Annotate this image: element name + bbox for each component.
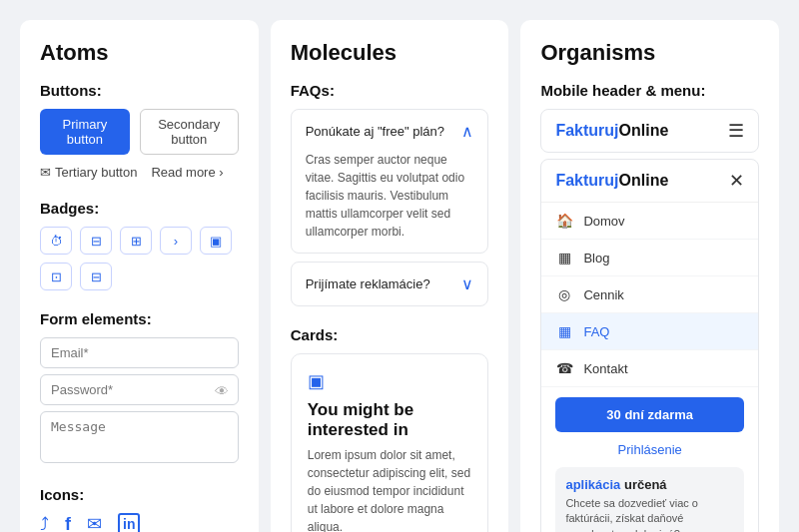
linkedin-icon[interactable]: in	[118, 513, 140, 532]
close-menu-icon[interactable]: ✕	[729, 170, 744, 192]
promo-title: aplikácia určená	[565, 477, 734, 492]
facebook-icon[interactable]: f	[65, 514, 71, 533]
card-title: You might be interested in	[308, 400, 472, 440]
chevron-down-icon: ∨	[461, 274, 473, 293]
card-item: ▣ You might be interested in Lorem ipsum…	[291, 353, 489, 532]
icons-section: Icons: ⤴ f ✉ in	[40, 486, 239, 532]
organisms-title: Organisms	[540, 40, 759, 66]
badges-row-2: ⊡ ⊟	[40, 263, 239, 290]
card-body: Lorem ipsum dolor sit amet, consectetur …	[308, 446, 472, 532]
home-icon: 🏠	[555, 213, 573, 229]
kontakt-icon: ☎	[555, 360, 573, 376]
mobile-header-section: Mobile header & menu: FakturujOnline ☰ F…	[540, 82, 759, 532]
tertiary-button[interactable]: ✉ Tertiary button	[40, 165, 137, 180]
icons-row: ⤴ f ✉ in	[40, 513, 239, 532]
icons-label: Icons:	[40, 486, 239, 503]
badge-2[interactable]: ⊟	[80, 227, 112, 255]
badge-7[interactable]: ⊟	[80, 263, 112, 290]
chevron-up-icon: ∧	[461, 122, 473, 141]
blog-icon: ▦	[555, 250, 573, 266]
menu-item-domov[interactable]: 🏠 Domov	[541, 203, 758, 240]
faqs-section: FAQs: Ponúkate aj "free" plán? ∧ Cras se…	[291, 82, 489, 306]
promo-blue-text: aplikácia	[565, 477, 620, 492]
buttons-label: Buttons:	[40, 82, 239, 99]
logo-expanded: FakturujOnline	[555, 172, 668, 190]
envelope-icon: ✉	[40, 165, 51, 180]
faq-question-2: Prijímate reklamácie?	[306, 276, 430, 291]
menu-label-kontakt: Kontakt	[583, 361, 627, 376]
logo-blue-2: Fakturuj	[555, 172, 618, 189]
promo-body: Chcete sa dozvedieť viac o faktúrácii, z…	[565, 496, 734, 532]
faq-item-1[interactable]: Ponúkate aj "free" plán? ∧ Cras semper a…	[291, 109, 489, 254]
cennik-icon: ◎	[555, 286, 573, 302]
menu-label-domov: Domov	[583, 214, 624, 229]
eye-icon: 👁	[215, 382, 229, 398]
badge-3[interactable]: ⊞	[120, 227, 152, 255]
badges-section: Badges: ⏱ ⊟ ⊞ › ▣ ⊡ ⊟	[40, 200, 239, 290]
hamburger-icon[interactable]: ☰	[728, 120, 744, 142]
email-input[interactable]	[40, 337, 239, 368]
faq-header-1[interactable]: Ponúkate aj "free" plán? ∧	[306, 122, 474, 141]
atoms-title: Atoms	[40, 40, 239, 66]
primary-button[interactable]: Primary button	[40, 109, 130, 155]
badge-4[interactable]: ›	[160, 227, 192, 255]
faq-item-2[interactable]: Prijímate reklamácie? ∨	[291, 262, 489, 306]
mobile-header-collapsed: FakturujOnline ☰	[540, 109, 759, 153]
atoms-panel: Atoms Buttons: Primary button Secondary …	[20, 20, 259, 532]
faq-question-1: Ponúkate aj "free" plán?	[306, 124, 444, 139]
form-section: Form elements: 👁	[40, 310, 239, 466]
faq-answer-1: Cras semper auctor neque vitae. Sagittis…	[306, 151, 474, 241]
menu-item-cennik[interactable]: ◎ Cennik	[541, 276, 758, 313]
message-textarea[interactable]	[40, 411, 239, 463]
card-icon: ▣	[308, 370, 472, 392]
email-icon[interactable]: ✉	[87, 513, 102, 532]
logo-blue-1: Fakturuj	[555, 122, 618, 139]
faq-icon: ▦	[555, 323, 573, 339]
molecules-title: Molecules	[291, 40, 489, 66]
readmore-button[interactable]: Read more ›	[151, 165, 223, 180]
cards-section: Cards: ▣ You might be interested in Lore…	[291, 326, 489, 532]
logo-black-2: Online	[619, 172, 669, 189]
logo-black-1: Online	[619, 122, 669, 139]
promo-black-text: určená	[620, 477, 666, 492]
badge-5[interactable]: ▣	[200, 227, 232, 255]
badge-1[interactable]: ⏱	[40, 227, 72, 255]
menu-item-blog[interactable]: ▦ Blog	[541, 240, 758, 276]
faq-header-2[interactable]: Prijímate reklamácie? ∨	[306, 274, 474, 293]
promo-block: aplikácia určená Chcete sa dozvedieť via…	[555, 467, 744, 532]
logo-collapsed: FakturujOnline	[555, 122, 668, 140]
menu-label-faq: FAQ	[583, 324, 609, 339]
external-link-icon[interactable]: ⤴	[40, 514, 49, 533]
mobile-menu-open: FakturujOnline ✕ 🏠 Domov ▦ Blog ◎ Cennik…	[540, 159, 759, 532]
molecules-panel: Molecules FAQs: Ponúkate aj "free" plán?…	[271, 20, 509, 532]
password-input[interactable]	[40, 374, 239, 405]
form-label: Form elements:	[40, 310, 239, 327]
menu-label-cennik: Cennik	[583, 287, 623, 302]
badges-row: ⏱ ⊟ ⊞ › ▣	[40, 227, 239, 255]
buttons-section: Buttons: Primary button Secondary button…	[40, 82, 239, 180]
cta-button[interactable]: 30 dní zdarma	[555, 397, 744, 432]
secondary-button[interactable]: Secondary button	[140, 109, 239, 155]
badge-6[interactable]: ⊡	[40, 263, 72, 290]
badges-label: Badges:	[40, 200, 239, 217]
menu-item-kontakt[interactable]: ☎ Kontakt	[541, 350, 758, 387]
menu-logo-row: FakturujOnline ✕	[541, 160, 758, 203]
faqs-label: FAQs:	[291, 82, 489, 99]
mobile-header-label: Mobile header & menu:	[540, 82, 759, 99]
organisms-panel: Organisms Mobile header & menu: Fakturuj…	[520, 20, 779, 532]
login-link[interactable]: Prihlásenie	[541, 436, 758, 467]
menu-item-faq[interactable]: ▦ FAQ	[541, 313, 758, 350]
cards-label: Cards:	[291, 326, 489, 343]
menu-label-blog: Blog	[583, 251, 609, 266]
